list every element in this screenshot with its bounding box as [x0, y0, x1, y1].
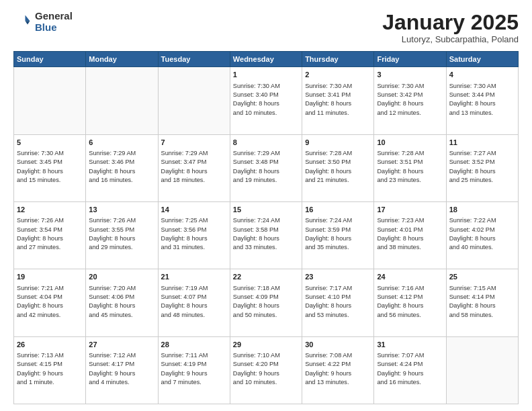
col-monday: Monday — [86, 52, 158, 67]
calendar-week-1: 1Sunrise: 7:30 AM Sunset: 3:40 PM Daylig… — [14, 67, 519, 134]
calendar-cell: 27Sunrise: 7:12 AM Sunset: 4:17 PM Dayli… — [86, 336, 158, 404]
calendar-cell: 11Sunrise: 7:27 AM Sunset: 3:52 PM Dayli… — [446, 134, 518, 201]
calendar-cell: 5Sunrise: 7:30 AM Sunset: 3:45 PM Daylig… — [14, 134, 86, 201]
calendar-body: 1Sunrise: 7:30 AM Sunset: 3:40 PM Daylig… — [14, 67, 519, 404]
day-info: Sunrise: 7:30 AM Sunset: 3:45 PM Dayligh… — [17, 149, 83, 185]
day-number: 9 — [305, 138, 371, 148]
day-number: 14 — [161, 205, 227, 215]
calendar-cell: 9Sunrise: 7:28 AM Sunset: 3:50 PM Daylig… — [302, 134, 374, 201]
col-tuesday: Tuesday — [158, 52, 230, 67]
calendar-week-5: 26Sunrise: 7:13 AM Sunset: 4:15 PM Dayli… — [14, 336, 519, 404]
logo: General Blue — [13, 11, 73, 33]
day-info: Sunrise: 7:24 AM Sunset: 3:58 PM Dayligh… — [233, 216, 299, 252]
day-number: 15 — [233, 205, 299, 215]
day-info: Sunrise: 7:25 AM Sunset: 3:56 PM Dayligh… — [161, 216, 227, 252]
calendar-cell: 13Sunrise: 7:26 AM Sunset: 3:55 PM Dayli… — [86, 201, 158, 269]
day-info: Sunrise: 7:26 AM Sunset: 3:55 PM Dayligh… — [89, 216, 154, 252]
day-info: Sunrise: 7:13 AM Sunset: 4:15 PM Dayligh… — [17, 351, 83, 387]
calendar-cell: 29Sunrise: 7:10 AM Sunset: 4:20 PM Dayli… — [230, 336, 302, 404]
calendar-cell: 26Sunrise: 7:13 AM Sunset: 4:15 PM Dayli… — [14, 336, 86, 404]
calendar-cell: 15Sunrise: 7:24 AM Sunset: 3:58 PM Dayli… — [230, 201, 302, 269]
col-saturday: Saturday — [446, 52, 518, 67]
calendar-cell — [86, 67, 158, 134]
calendar-cell: 4Sunrise: 7:30 AM Sunset: 3:44 PM Daylig… — [446, 67, 518, 134]
calendar-cell: 25Sunrise: 7:15 AM Sunset: 4:14 PM Dayli… — [446, 269, 518, 336]
calendar-cell: 14Sunrise: 7:25 AM Sunset: 3:56 PM Dayli… — [158, 201, 230, 269]
day-number: 25 — [449, 272, 515, 282]
day-number: 22 — [233, 272, 299, 282]
col-friday: Friday — [374, 52, 446, 67]
calendar-cell: 3Sunrise: 7:30 AM Sunset: 3:42 PM Daylig… — [374, 67, 446, 134]
day-info: Sunrise: 7:28 AM Sunset: 3:51 PM Dayligh… — [377, 149, 443, 185]
calendar-cell: 7Sunrise: 7:29 AM Sunset: 3:47 PM Daylig… — [158, 134, 230, 201]
day-info: Sunrise: 7:24 AM Sunset: 3:59 PM Dayligh… — [305, 216, 371, 252]
calendar-cell: 16Sunrise: 7:24 AM Sunset: 3:59 PM Dayli… — [302, 201, 374, 269]
day-number: 17 — [377, 205, 443, 215]
calendar-header-row: Sunday Monday Tuesday Wednesday Thursday… — [14, 52, 519, 67]
day-number: 31 — [377, 340, 443, 350]
day-number: 1 — [233, 70, 299, 80]
header: General Blue January 2025 Lutoryz, Subca… — [13, 11, 519, 44]
calendar-cell: 23Sunrise: 7:17 AM Sunset: 4:10 PM Dayli… — [302, 269, 374, 336]
day-info: Sunrise: 7:15 AM Sunset: 4:14 PM Dayligh… — [449, 284, 515, 320]
day-number: 24 — [377, 272, 443, 282]
svg-marker-0 — [26, 15, 30, 21]
day-number: 28 — [161, 340, 227, 350]
day-number: 4 — [449, 70, 515, 80]
day-info: Sunrise: 7:21 AM Sunset: 4:04 PM Dayligh… — [17, 284, 83, 320]
day-number: 18 — [449, 205, 515, 215]
calendar-cell: 10Sunrise: 7:28 AM Sunset: 3:51 PM Dayli… — [374, 134, 446, 201]
day-number: 20 — [89, 272, 154, 282]
day-info: Sunrise: 7:10 AM Sunset: 4:20 PM Dayligh… — [233, 351, 299, 387]
day-number: 27 — [89, 340, 154, 350]
calendar-cell: 12Sunrise: 7:26 AM Sunset: 3:54 PM Dayli… — [14, 201, 86, 269]
day-number: 13 — [89, 205, 154, 215]
day-info: Sunrise: 7:30 AM Sunset: 3:40 PM Dayligh… — [233, 82, 299, 118]
svg-marker-1 — [26, 21, 30, 24]
col-sunday: Sunday — [14, 52, 86, 67]
day-info: Sunrise: 7:19 AM Sunset: 4:07 PM Dayligh… — [161, 284, 227, 320]
calendar-cell: 20Sunrise: 7:20 AM Sunset: 4:06 PM Dayli… — [86, 269, 158, 336]
day-number: 30 — [305, 340, 371, 350]
day-number: 12 — [17, 205, 83, 215]
calendar-cell: 8Sunrise: 7:29 AM Sunset: 3:48 PM Daylig… — [230, 134, 302, 201]
logo-icon — [13, 13, 32, 32]
col-wednesday: Wednesday — [230, 52, 302, 67]
day-info: Sunrise: 7:30 AM Sunset: 3:41 PM Dayligh… — [305, 82, 371, 118]
calendar-week-4: 19Sunrise: 7:21 AM Sunset: 4:04 PM Dayli… — [14, 269, 519, 336]
day-number: 10 — [377, 138, 443, 148]
day-number: 23 — [305, 272, 371, 282]
day-number: 3 — [377, 70, 443, 80]
day-number: 7 — [161, 138, 227, 148]
month-title: January 2025 — [382, 11, 519, 34]
day-info: Sunrise: 7:29 AM Sunset: 3:47 PM Dayligh… — [161, 149, 227, 185]
day-info: Sunrise: 7:07 AM Sunset: 4:24 PM Dayligh… — [377, 351, 443, 387]
day-info: Sunrise: 7:29 AM Sunset: 3:48 PM Dayligh… — [233, 149, 299, 185]
calendar-cell: 31Sunrise: 7:07 AM Sunset: 4:24 PM Dayli… — [374, 336, 446, 404]
logo-text: General Blue — [35, 11, 73, 33]
day-number: 8 — [233, 138, 299, 148]
calendar-cell — [446, 336, 518, 404]
calendar-cell: 21Sunrise: 7:19 AM Sunset: 4:07 PM Dayli… — [158, 269, 230, 336]
day-info: Sunrise: 7:08 AM Sunset: 4:22 PM Dayligh… — [305, 351, 371, 387]
calendar-cell — [158, 67, 230, 134]
calendar-cell: 6Sunrise: 7:29 AM Sunset: 3:46 PM Daylig… — [86, 134, 158, 201]
day-info: Sunrise: 7:17 AM Sunset: 4:10 PM Dayligh… — [305, 284, 371, 320]
day-info: Sunrise: 7:29 AM Sunset: 3:46 PM Dayligh… — [89, 149, 154, 185]
day-info: Sunrise: 7:27 AM Sunset: 3:52 PM Dayligh… — [449, 149, 515, 185]
day-info: Sunrise: 7:12 AM Sunset: 4:17 PM Dayligh… — [89, 351, 154, 387]
calendar-cell — [14, 67, 86, 134]
day-number: 2 — [305, 70, 371, 80]
day-info: Sunrise: 7:28 AM Sunset: 3:50 PM Dayligh… — [305, 149, 371, 185]
col-thursday: Thursday — [302, 52, 374, 67]
day-info: Sunrise: 7:26 AM Sunset: 3:54 PM Dayligh… — [17, 216, 83, 252]
day-number: 16 — [305, 205, 371, 215]
day-info: Sunrise: 7:30 AM Sunset: 3:44 PM Dayligh… — [449, 82, 515, 118]
logo-general: General — [35, 11, 73, 22]
day-number: 5 — [17, 138, 83, 148]
logo-blue: Blue — [35, 22, 73, 34]
day-number: 11 — [449, 138, 515, 148]
day-info: Sunrise: 7:18 AM Sunset: 4:09 PM Dayligh… — [233, 284, 299, 320]
day-info: Sunrise: 7:23 AM Sunset: 4:01 PM Dayligh… — [377, 216, 443, 252]
calendar-cell: 28Sunrise: 7:11 AM Sunset: 4:19 PM Dayli… — [158, 336, 230, 404]
